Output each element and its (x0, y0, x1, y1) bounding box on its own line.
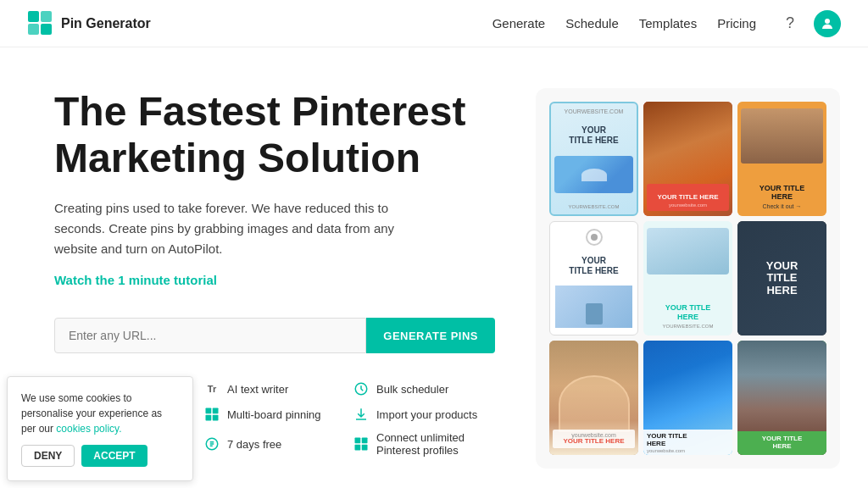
svg-rect-16 (362, 445, 368, 451)
pin-card-8: YOUR TITLEHERE yourwebsite.com (643, 341, 732, 455)
pin-grid: YOURWEBSITE.COM YOURTITLE HERE YOURWEBSI… (536, 88, 840, 469)
svg-rect-1 (41, 11, 52, 22)
user-icon (820, 16, 835, 31)
feature-multiboard: Multi-board pinning (203, 406, 346, 423)
svg-rect-9 (213, 408, 219, 414)
pin-card-5: YOUR TITLEHERE YOURWEBSITE.COM (643, 221, 732, 336)
svg-rect-3 (41, 24, 52, 35)
pin-image-5 (647, 228, 729, 274)
free-icon (203, 435, 220, 452)
pin-overlay-6: YOURTITLEHERE (741, 228, 823, 329)
pin-url-5: YOURWEBSITE.COM (663, 324, 714, 329)
logo-area: Pin Generator (27, 10, 151, 37)
pin-title-5: YOUR TITLEHERE (663, 303, 714, 322)
pin-overlay-8: YOUR TITLEHERE yourwebsite.com (643, 430, 732, 455)
import-icon (353, 406, 370, 423)
headline: The Fastest Pinterest Marketing Solution (54, 88, 495, 181)
svg-rect-13 (355, 438, 361, 444)
svg-rect-14 (362, 438, 368, 444)
pin-url-2: yourwebsite.com (648, 202, 727, 208)
url-input[interactable] (54, 318, 366, 353)
pin-title-9: YOUR TITLEHERE (741, 435, 823, 451)
pin-title-1: YOURTITLE HERE (569, 125, 618, 146)
nav-pricing[interactable]: Pricing (717, 16, 756, 30)
pin-card-2: YOUR TITLE HERE yourwebsite.com (643, 102, 732, 216)
header: Pin Generator Generate Schedule Template… (0, 0, 868, 47)
pin-url-8: yourwebsite.com (647, 448, 729, 453)
feature-label: 7 days free (227, 438, 281, 451)
feature-unlimited: Connect unlimited Pinterest profiles (353, 431, 495, 457)
pin-overlay-7: yourwebsite.com YOUR TITLE HERE (553, 430, 635, 448)
feature-label: Connect unlimited Pinterest profiles (376, 431, 495, 457)
svg-rect-11 (213, 415, 219, 421)
cookie-banner: We use some cookies to personalise your … (7, 376, 193, 481)
pin-url-1: YOURWEBSITE.COM (554, 204, 633, 209)
pin-card-9: YOUR TITLEHERE (737, 341, 826, 455)
pin-title-6: YOURTITLEHERE (766, 260, 798, 297)
right-section: YOURWEBSITE.COM YOURTITLE HERE YOURWEBSI… (536, 88, 840, 469)
cookie-buttons: DENY ACCEPT (21, 445, 179, 467)
pin-image-4 (555, 286, 632, 328)
svg-rect-8 (206, 408, 212, 414)
scheduler-icon (353, 380, 370, 397)
feature-ai-text: Tr AI text writer (203, 380, 346, 397)
logo-text: Pin Generator (61, 16, 151, 31)
logo-icon (27, 10, 54, 37)
feature-7days: 7 days free (203, 431, 346, 457)
pin-overlay-3: YOUR TITLEHERE Check it out → (760, 185, 805, 209)
pin-cta-3: Check it out → (760, 203, 805, 209)
feature-label: Bulk scheduler (376, 383, 448, 396)
svg-point-4 (825, 19, 830, 24)
pin-overlay-9: YOUR TITLEHERE (737, 431, 826, 455)
svg-rect-10 (206, 415, 212, 421)
user-button[interactable] (814, 10, 841, 37)
feature-label: AI text writer (227, 383, 288, 396)
nav-templates[interactable]: Templates (639, 16, 697, 30)
unlimited-icon (353, 435, 370, 452)
svg-rect-0 (28, 11, 39, 22)
pin-website-1: YOURWEBSITE.COM (554, 108, 633, 114)
pin-card-4: YOURTITLE HERE (549, 221, 638, 336)
feature-label: Import your products (376, 408, 477, 421)
svg-rect-15 (355, 445, 361, 451)
generate-button[interactable]: GENERATE PINS (366, 318, 495, 353)
watch-link[interactable]: Watch the 1 minute tutorial (54, 273, 217, 287)
pin-icon-4 (586, 229, 603, 246)
feature-label: Multi-board pinning (227, 408, 321, 421)
main-nav: Generate Schedule Templates Pricing ? (492, 10, 841, 37)
pin-overlay-2: YOUR TITLE HERE yourwebsite.com (647, 184, 729, 211)
svg-rect-2 (28, 24, 39, 35)
pin-card-6: YOURTITLEHERE (737, 221, 826, 336)
subtext: Creating pins used to take forever. We h… (54, 198, 410, 259)
cookie-accept-button[interactable]: ACCEPT (81, 445, 147, 467)
pin-image-1 (554, 156, 633, 193)
feature-import: Import your products (353, 406, 495, 423)
ai-icon: Tr (203, 380, 220, 397)
pin-card-7: yourwebsite.com YOUR TITLE HERE (549, 341, 638, 455)
pin-title-2: YOUR TITLE HERE (657, 193, 718, 201)
nav-generate[interactable]: Generate (492, 16, 546, 30)
pin-title-3: YOUR TITLEHERE (760, 185, 805, 202)
url-form: GENERATE PINS (54, 318, 495, 353)
multiboard-icon (203, 406, 220, 423)
pin-title-8: YOUR TITLEHERE (647, 433, 729, 448)
pin-image-3 (741, 108, 823, 164)
cookie-policy-link[interactable]: cookies policy. (56, 423, 121, 435)
pin-card-3: YOUR TITLEHERE Check it out → (737, 102, 826, 216)
pin-title-7: YOUR TITLE HERE (554, 438, 633, 446)
pin-overlay-5: YOUR TITLEHERE YOURWEBSITE.COM (663, 303, 714, 329)
cookie-deny-button[interactable]: DENY (21, 445, 75, 467)
feature-bulk-scheduler: Bulk scheduler (353, 380, 495, 397)
pin-card-1: YOURWEBSITE.COM YOURTITLE HERE YOURWEBSI… (549, 102, 638, 216)
cookie-text: We use some cookies to personalise your … (21, 391, 179, 436)
help-button[interactable]: ? (776, 10, 804, 37)
pin-arch-7 (559, 375, 630, 433)
pin-title-4: YOURTITLE HERE (569, 256, 618, 276)
nav-schedule[interactable]: Schedule (565, 16, 619, 30)
nav-icons: ? (776, 10, 841, 37)
